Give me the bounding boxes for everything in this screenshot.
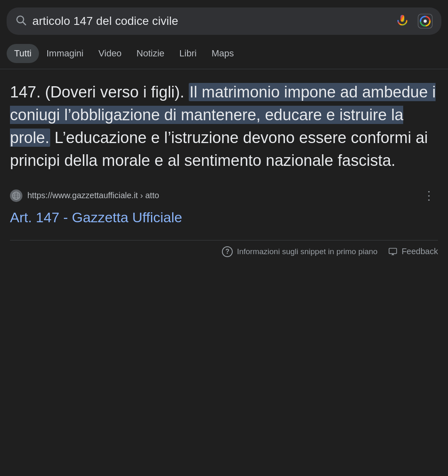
tab-tutti[interactable]: Tutti: [7, 44, 39, 63]
search-right-icons: [395, 13, 433, 29]
svg-rect-2: [401, 15, 404, 22]
feedback-icon: [387, 246, 398, 257]
footer-info-label: Informazioni sugli snippet in primo pian…: [237, 247, 377, 256]
filter-tabs: Tutti Immagini Video Notizie Libri Maps: [0, 41, 448, 69]
result-link[interactable]: Art. 147 - Gazzetta Ufficiale: [10, 208, 438, 226]
tab-maps[interactable]: Maps: [204, 44, 241, 63]
snippet-footer: ? Informazioni sugli snippet in primo pi…: [10, 240, 438, 261]
snippet-text: 147. (Doveri verso i figli). Il matrimon…: [10, 81, 438, 172]
search-bar-container: articolo 147 del codice civile: [0, 0, 448, 41]
main-content: 147. (Doveri verso i figli). Il matrimon…: [0, 69, 448, 268]
svg-line-1: [23, 22, 25, 24]
lens-icon[interactable]: [417, 13, 433, 29]
footer-feedback[interactable]: Feedback: [387, 246, 438, 257]
snippet-normal: L’educazione e l’istruzione devono esser…: [10, 129, 428, 169]
tab-video[interactable]: Video: [91, 44, 129, 63]
info-icon: ?: [222, 246, 233, 257]
mic-icon[interactable]: [395, 14, 410, 29]
tab-libri[interactable]: Libri: [172, 44, 204, 63]
tab-notizie[interactable]: Notizie: [129, 44, 172, 63]
footer-info[interactable]: ? Informazioni sugli snippet in primo pi…: [222, 246, 377, 257]
search-bar[interactable]: articolo 147 del codice civile: [7, 7, 441, 35]
source-url: https://www.gazzettaufficiale.it › atto: [27, 191, 159, 200]
source-favicon: [10, 189, 22, 202]
snippet-intro: 147. (Doveri verso i figli).: [10, 83, 189, 101]
tab-immagini[interactable]: Immagini: [39, 44, 91, 63]
more-options-icon[interactable]: ⋮: [420, 187, 438, 204]
source-left: https://www.gazzettaufficiale.it › atto: [10, 189, 159, 202]
svg-point-6: [424, 19, 427, 23]
svg-rect-12: [389, 248, 397, 253]
feedback-label: Feedback: [402, 247, 438, 256]
search-input[interactable]: articolo 147 del codice civile: [32, 15, 389, 28]
search-icon: [15, 14, 27, 29]
source-row: https://www.gazzettaufficiale.it › atto …: [10, 187, 438, 204]
